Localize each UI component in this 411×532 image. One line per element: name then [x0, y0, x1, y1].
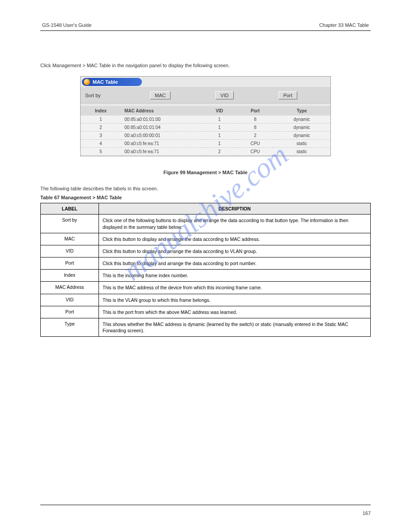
table-row: 3 00:a0:c5:00:00:01 1 2 dynamic	[81, 132, 330, 140]
table-intro: The following table describes the labels…	[40, 186, 371, 191]
page-number: 167	[40, 511, 371, 516]
sort-label: Sort by	[85, 93, 101, 98]
panel-title: MAC Table	[93, 79, 140, 85]
header-right: Chapter 33 MAC Table	[319, 22, 369, 28]
desc-row: TypeThis shows whether the MAC address i…	[41, 318, 371, 336]
footer-rule	[40, 505, 371, 505]
desc-row: Sort byClick one of the following button…	[41, 215, 371, 233]
desc-row: VIDThis is the VLAN group to which this …	[41, 294, 371, 306]
sort-port-button[interactable]: Port	[278, 91, 297, 99]
sort-row: Sort by MAC VID Port	[81, 87, 330, 103]
desc-row: MAC AddressThis is the MAC address of th…	[41, 282, 371, 294]
table-row: 4 00:a0:c5:fe:ea:71 1 CPU static	[81, 140, 330, 148]
header-left: GS-1548 User's Guide	[42, 22, 91, 28]
desc-header: DESCRIPTION	[99, 203, 371, 215]
col-type: Type	[273, 106, 330, 116]
col-mac: MAC Address	[121, 106, 201, 116]
top-rule	[40, 30, 371, 31]
table-caption: Table 67 Management > MAC Table	[40, 195, 371, 200]
desc-row: PortThis is the port from which the abov…	[41, 306, 371, 318]
mac-table: Index MAC Address VID Port Type 1 00:85:…	[81, 106, 330, 156]
sort-mac-button[interactable]: MAC	[150, 91, 171, 99]
desc-row: MACClick this button to display and arra…	[41, 233, 371, 245]
figure-screenshot: MAC Table Sort by MAC VID Port Index MAC…	[80, 76, 331, 156]
desc-row: IndexThis is the incoming frame index nu…	[41, 270, 371, 282]
description-table: LABEL DESCRIPTION Sort byClick one of th…	[40, 203, 371, 337]
col-vid: VID	[201, 106, 237, 116]
desc-row: PortClick this button to display and arr…	[41, 257, 371, 270]
sort-vid-button[interactable]: VID	[215, 91, 233, 99]
desc-row: VIDClick this button to display and arra…	[41, 245, 371, 257]
orb-icon	[84, 79, 90, 85]
col-index: Index	[81, 106, 121, 116]
col-port: Port	[237, 106, 273, 116]
table-row: 1 00:85:a0:01:01:00 1 8 dynamic	[81, 116, 330, 124]
intro-paragraph: Click Management > MAC Table in the navi…	[40, 62, 371, 69]
label-header: LABEL	[41, 203, 99, 215]
table-row: 2 00:85:a0:01:01:04 1 8 dynamic	[81, 124, 330, 132]
table-row: 5 00:a0:c5:fe:ea:71 2 CPU static	[81, 148, 330, 156]
figure-caption: Figure 99 Management > MAC Table	[40, 170, 371, 175]
